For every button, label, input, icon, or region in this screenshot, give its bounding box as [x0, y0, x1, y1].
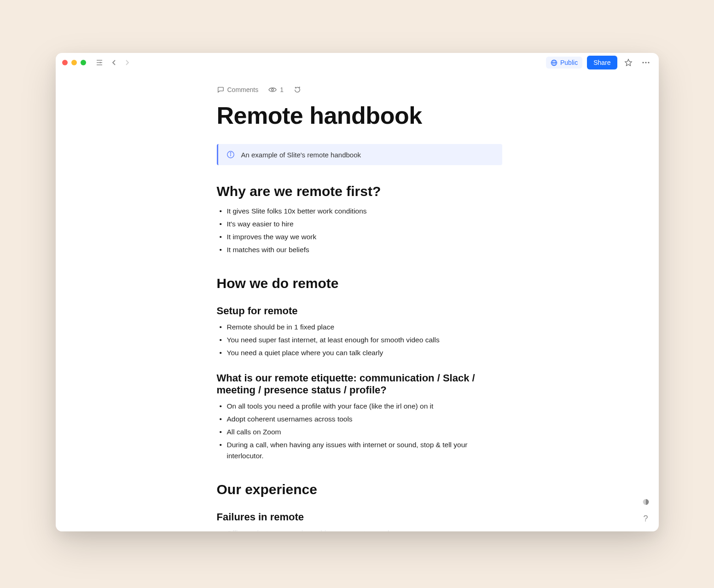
doc-meta-row: Comments 1	[217, 86, 502, 93]
document-title[interactable]: Remote handbook	[217, 102, 502, 129]
document-viewport: Comments 1	[56, 72, 659, 531]
floating-helpers: ?	[640, 496, 651, 524]
share-button[interactable]: Share	[587, 56, 617, 69]
visibility-label: Public	[560, 59, 578, 66]
help-button[interactable]: ?	[640, 513, 651, 524]
refresh-icon	[294, 86, 301, 93]
svg-point-10	[272, 89, 274, 91]
list-item[interactable]: It gives Slite folks 10x better work con…	[227, 206, 502, 217]
bullet-list[interactable]: It gives Slite folks 10x better work con…	[217, 206, 502, 255]
updates-button[interactable]	[294, 86, 301, 93]
eye-icon	[268, 86, 277, 93]
close-window-button[interactable]	[62, 60, 68, 65]
subsection-heading[interactable]: What is our remote etiquette: communicat…	[217, 372, 502, 396]
sidebar-toggle-button[interactable]	[94, 58, 105, 68]
section-heading[interactable]: How we do remote	[217, 276, 502, 291]
traffic-lights	[62, 60, 86, 65]
svg-marker-6	[625, 59, 631, 66]
list-item[interactable]: All calls on Zoom	[227, 427, 502, 438]
comment-icon	[217, 86, 224, 93]
nav-controls	[94, 58, 131, 68]
more-menu-button[interactable]	[639, 56, 652, 69]
titlebar: Public Share	[56, 53, 659, 72]
subsection-heading[interactable]: Setup for remote	[217, 305, 502, 317]
comments-label: Comments	[227, 86, 259, 93]
svg-point-7	[642, 62, 644, 63]
theme-toggle-button[interactable]	[640, 496, 651, 507]
visibility-badge[interactable]: Public	[546, 57, 582, 69]
fade-overlay	[56, 528, 659, 531]
app-window: Public Share Co	[56, 53, 659, 531]
titlebar-right: Public Share	[546, 56, 652, 69]
svg-point-9	[648, 62, 649, 63]
document-content: Comments 1	[217, 72, 502, 531]
info-icon	[226, 150, 235, 159]
svg-point-8	[645, 62, 646, 63]
list-item[interactable]: Remote should be in 1 fixed place	[227, 322, 502, 333]
list-item[interactable]: It's way easier to hire	[227, 219, 502, 230]
list-item[interactable]: You need a quiet place where you can tal…	[227, 347, 502, 358]
list-item[interactable]: On all tools you need a profile with you…	[227, 401, 502, 412]
info-callout[interactable]: An example of Slite's remote handbook	[217, 144, 502, 165]
titlebar-left	[62, 58, 131, 68]
svg-point-15	[230, 153, 231, 153]
list-item[interactable]: Adopt coherent usernames across tools	[227, 414, 502, 425]
bullet-list[interactable]: On all tools you need a profile with you…	[217, 401, 502, 461]
list-item[interactable]: It improves the way we work	[227, 231, 502, 242]
subsection-heading[interactable]: Failures in remote	[217, 511, 502, 523]
section-heading[interactable]: Why are we remote first?	[217, 184, 502, 199]
list-item[interactable]: You need super fast internet, at least e…	[227, 334, 502, 346]
comments-button[interactable]: Comments	[217, 86, 259, 93]
star-button[interactable]	[622, 56, 635, 69]
nav-back-button[interactable]	[110, 58, 118, 68]
views-count: 1	[280, 86, 284, 93]
list-item[interactable]: During a call, when having any issues wi…	[227, 439, 502, 461]
section-heading[interactable]: Our experience	[217, 482, 502, 497]
nav-forward-button[interactable]	[123, 58, 131, 68]
list-item[interactable]: It matches with our beliefs	[227, 244, 502, 255]
bullet-list[interactable]: Remote should be in 1 fixed place You ne…	[217, 322, 502, 358]
callout-text: An example of Slite's remote handbook	[241, 151, 361, 159]
views-indicator[interactable]: 1	[268, 86, 284, 93]
minimize-window-button[interactable]	[71, 60, 77, 65]
maximize-window-button[interactable]	[81, 60, 86, 65]
globe-icon	[551, 59, 557, 66]
